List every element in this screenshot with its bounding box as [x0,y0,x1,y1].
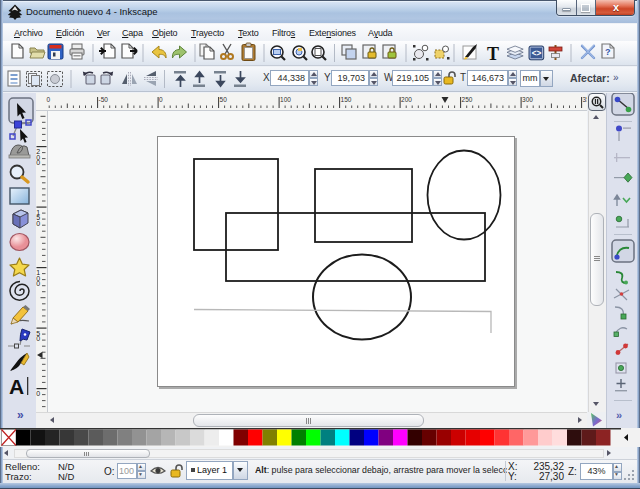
svg-text:50: 50 [220,96,228,103]
svg-text:0: 0 [36,335,40,342]
svg-text:A: A [9,375,24,398]
svg-text:0: 0 [36,159,40,166]
svg-text:0: 0 [36,390,40,397]
svg-text:T: T [487,44,499,64]
svg-text:0: 0 [36,220,40,227]
svg-text:-50: -50 [99,96,109,103]
svg-text:200: 200 [401,96,412,103]
svg-text:150: 150 [341,96,352,103]
svg-text:<>: <> [532,49,542,58]
svg-text:0: 0 [159,96,163,103]
svg-text:250: 250 [462,96,473,103]
svg-text:»: » [17,408,24,422]
svg-text:»: » [616,409,622,421]
svg-text:300: 300 [522,96,533,103]
svg-text:0: 0 [36,280,40,287]
svg-text:0: 0 [47,96,51,103]
svg-text:?: ? [605,47,611,57]
svg-text:100: 100 [280,96,291,103]
